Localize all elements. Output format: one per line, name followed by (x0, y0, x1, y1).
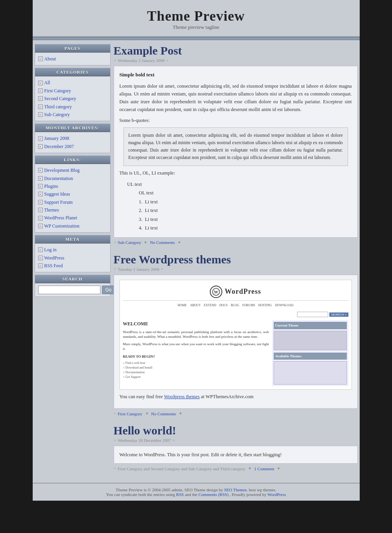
sidebar-link-third-category[interactable]: ≡ Third category (38, 103, 107, 111)
sidebar-meta-header: META (35, 235, 110, 244)
wp-nav-download: DOWNLOAD (275, 303, 294, 308)
wp-screenshot: W WordPress HOME ABOUT EXTEND DOCS (120, 280, 352, 390)
hello-world-text: Welcome to WordPress. This is your first… (120, 451, 352, 459)
list-icon: ≡ (38, 56, 43, 61)
ul-ol-label: This is UL, OL, LI example: (120, 169, 352, 177)
li-items: 1. Li text 2. Li text 3. Li text 4. Li t… (139, 198, 352, 233)
sidebar-pages-section: PAGES ≡ About (35, 44, 111, 65)
post-footer-free-themes: First Category ✦ No Comments ✦ (114, 411, 358, 416)
sidebar-link-wp-customization[interactable]: ≡ WP Customization (38, 222, 107, 230)
wp-logo-text: WordPress (225, 286, 261, 297)
sidebar-link-all[interactable]: ≡ All (38, 79, 107, 86)
wp-search-row: SEARCH » (123, 310, 348, 318)
wp-nav: HOME ABOUT EXTEND DOCS BLOG FORUMS HOSTI… (123, 303, 348, 308)
footer-category-link[interactable]: First Category (118, 411, 142, 416)
sidebar-link-rss-feed[interactable]: ≡ RSS Feed (38, 262, 107, 270)
sidebar-pages-content: ≡ About (35, 53, 110, 65)
wp-ready-item: ○ Documentation (123, 370, 269, 375)
list-icon: ≡ (38, 184, 43, 189)
footer-seo-link[interactable]: SEO Themes (224, 487, 247, 492)
list-icon: ≡ (38, 200, 43, 205)
list-icon: ≡ (38, 112, 43, 117)
sidebar-link-documentation[interactable]: ≡ Documentation (38, 175, 107, 182)
search-button[interactable]: Go (102, 286, 115, 294)
wp-welcome-title: WELCOME (123, 320, 269, 328)
wp-logo-area: W WordPress (123, 283, 348, 301)
sidebar-link-january-2008[interactable]: ≡ January 2008 (38, 134, 107, 142)
search-input[interactable] (38, 286, 100, 294)
wp-nav-extend: EXTEND (204, 303, 216, 308)
wp-ready-title: READY TO BEGIN? (123, 354, 269, 359)
sidebar-link-second-category[interactable]: ≡ Second Category (38, 95, 107, 102)
footer-category-link[interactable]: Sub Category (118, 240, 141, 245)
sidebar-categories-header: CATEGORIES (35, 68, 110, 76)
list-icon: ≡ (38, 192, 43, 196)
sidebar-link-login[interactable]: ≡ Log in (38, 246, 107, 254)
footer-comments-link[interactable]: No Comments (150, 240, 175, 245)
sidebar-archives-section: MONTHLY ARCHIVES: ≡ January 2008 ≡ Decem… (35, 124, 111, 153)
sidebar-link-dev-blog[interactable]: ≡ Development Blog (38, 166, 107, 174)
sidebar-categories-content: ≡ All ≡ First Category ≡ Second Category… (35, 76, 110, 121)
wp-current-theme-img (274, 331, 347, 350)
post-body-hello-world: Welcome to WordPress. This is your first… (114, 446, 358, 464)
sidebar-search-header: SEARCH (35, 275, 110, 283)
sidebar-link-support-forum[interactable]: ≡ Support Forum (38, 198, 107, 206)
list-icon: ≡ (38, 176, 43, 181)
sidebar-link-sub-category[interactable]: ≡ Sub Category (38, 111, 107, 118)
footer-line1: Theme Preview is © 2004-2005 admin. SEO … (37, 487, 356, 492)
post-example: Example Post Wednesday 2 January 2008 Si… (114, 44, 358, 245)
post-date-example: Wednesday 2 January 2008 (114, 58, 358, 63)
list-icon: ≡ (38, 144, 43, 149)
sidebar-search-section: SEARCH Go (35, 275, 111, 297)
post-paragraph: Lorem ipsum dolor sit amet, consectetur … (120, 82, 352, 113)
wp-logo-svg: W (212, 288, 220, 296)
list-icon: ≡ (38, 104, 43, 109)
wp-nav-about: ABOUT (190, 303, 201, 308)
li-item: 2. Li text (139, 206, 352, 215)
sidebar-link-first-category[interactable]: ≡ First Category (38, 87, 107, 95)
wp-search-btn: SEARCH » (329, 312, 348, 317)
page-footer: Theme Preview is © 2004-2005 admin. SEO … (33, 483, 360, 501)
list-icon: ≡ (38, 216, 43, 221)
sidebar-archives-header: MONTHLY ARCHIVES: (35, 124, 110, 132)
sidebar-link-themes[interactable]: ≡ Themes (38, 206, 107, 214)
sidebar-link-about[interactable]: ≡ About (38, 55, 107, 63)
footer-comments-rss-link[interactable]: Comments (RSS) (199, 492, 229, 497)
post-title-hello-world: Hello world! (114, 424, 358, 437)
wp-content: WELCOME WordPress is a state-of-the-art … (123, 320, 348, 386)
li-item: 4. Li text (139, 224, 352, 233)
sidebar-archives-content: ≡ January 2008 ≡ December 2007 (35, 132, 110, 153)
ol-text: OL text (139, 189, 352, 198)
footer-wp-link[interactable]: WordPress (267, 492, 286, 497)
sidebar-link-wordpress-planet[interactable]: ≡ WordPress Planet (38, 214, 107, 222)
bquotes-label: Some b-quotes: (120, 116, 352, 124)
content-area: PAGES ≡ About CATEGORIES ≡ All (33, 40, 360, 483)
post-date-free-themes: Tuesday 1 January 2008 (114, 267, 358, 272)
search-box: Go (35, 283, 110, 297)
wp-nav-forums: FORUMS (243, 303, 255, 308)
nav-bar (33, 37, 360, 40)
wp-desc1: WordPress is a state-of-the-art semantic… (123, 330, 269, 339)
wp-nav-home: HOME (178, 303, 187, 308)
list-icon: ≡ (38, 81, 43, 85)
site-title: Theme Preview (33, 8, 360, 24)
sidebar-link-wordpress[interactable]: ≡ WordPress (38, 254, 107, 262)
sidebar-link-december-2007[interactable]: ≡ December 2007 (38, 143, 107, 150)
footer-comments-link-hello[interactable]: 1 Comment (254, 466, 274, 471)
footer-comments-link[interactable]: No Comments (151, 411, 176, 416)
footer-line2: You can syndicate both the entries using… (37, 492, 356, 497)
ul-example: UL text OL text 1. Li text 2. Li text 3.… (127, 180, 352, 233)
sidebar-pages-header: PAGES (35, 44, 110, 53)
post-body-title: Simple bold text (120, 71, 352, 79)
sidebar-link-plugins[interactable]: ≡ Plugins (38, 182, 107, 190)
list-icon: ≡ (38, 168, 43, 173)
wp-current-theme-label: Current Theme (274, 322, 347, 329)
list-icon: ≡ (38, 224, 43, 228)
sidebar-categories-section: CATEGORIES ≡ All ≡ First Category ≡ Seco… (35, 68, 111, 121)
li-item: 1. Li text (139, 198, 352, 206)
footer-rss-link[interactable]: RSS (176, 492, 184, 497)
sidebar-link-suggest-ideas[interactable]: ≡ Suggest Ideas (38, 190, 107, 198)
post-body-free-themes: W WordPress HOME ABOUT EXTEND DOCS (114, 275, 358, 409)
post-footer-example: Sub Category ✦ No Comments ✦ (114, 240, 358, 245)
free-themes-link[interactable]: Wordpress themes (164, 394, 200, 399)
